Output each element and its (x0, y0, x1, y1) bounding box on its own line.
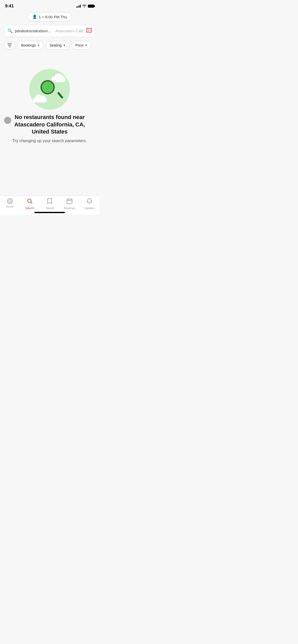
search-icon: 🔍 (7, 28, 13, 34)
decorative-dot (4, 117, 11, 124)
bookings-filter-label: Bookings (21, 43, 36, 47)
wifi-icon (82, 4, 86, 8)
status-icons (76, 4, 94, 8)
price-filter-label: Price (75, 43, 84, 47)
nav-bookings-label: Bookings (64, 207, 75, 210)
home-icon (7, 198, 13, 204)
price-filter-button[interactable]: Price ▼ (72, 41, 91, 50)
updates-icon (87, 198, 92, 206)
empty-state-subtitle: Try changing up your search parameters. (12, 139, 87, 143)
nav-home-label: Home (6, 205, 13, 208)
price-chevron-icon: ▼ (85, 44, 88, 47)
svg-rect-1 (8, 45, 11, 46)
signal-bars-icon (76, 5, 81, 8)
empty-state: No restaurants found near Atascadero Cal… (0, 54, 99, 151)
battery-icon (88, 5, 94, 8)
search-illustration (29, 69, 70, 110)
svg-rect-4 (67, 199, 72, 204)
search-query-text: pdndodnsnskndsnndk... (15, 29, 53, 33)
status-time: 9:41 (5, 4, 14, 9)
saved-icon (47, 198, 52, 206)
bookings-chevron-icon: ▼ (37, 44, 40, 47)
bookings-nav-icon (67, 198, 72, 206)
reservation-pill[interactable]: 👤 1 • 6:00 PM Thu (0, 10, 99, 24)
seating-filter-button[interactable]: Seating ▼ (46, 41, 69, 50)
nav-saved-label: Saved (46, 207, 53, 210)
person-icon: 👤 (32, 14, 37, 19)
seating-filter-label: Seating (49, 43, 61, 47)
filter-icon-button[interactable] (4, 41, 15, 49)
svg-rect-0 (7, 43, 12, 44)
nav-updates[interactable]: Updates (82, 198, 97, 210)
search-location-text: Atascadero Calif... (55, 29, 83, 33)
search-bar[interactable]: 🔍 pdndodnsnskndsnndk... Atascadero Calif… (4, 25, 95, 37)
nav-home[interactable]: Home (2, 198, 18, 208)
nav-updates-label: Updates (84, 207, 95, 210)
bookings-filter-button[interactable]: Bookings ▼ (17, 41, 44, 50)
search-nav-icon (27, 198, 33, 206)
seating-chevron-icon: ▼ (63, 44, 66, 47)
separator: • (42, 15, 44, 19)
home-indicator (34, 212, 65, 213)
nav-search-label: Search (25, 207, 34, 210)
map-icon[interactable] (86, 28, 92, 34)
filter-row: Bookings ▼ Seating ▼ Price ▼ (0, 40, 99, 54)
empty-state-title: No restaurants found near Atascadero Cal… (8, 114, 92, 136)
svg-rect-2 (9, 47, 10, 47)
nav-bookings[interactable]: Bookings (62, 198, 77, 210)
reservation-time: 6:00 PM Thu (45, 15, 67, 19)
search-bar-container: 🔍 pdndodnsnskndsnndk... Atascadero Calif… (0, 24, 99, 40)
nav-saved[interactable]: Saved (42, 198, 57, 210)
nav-search[interactable]: Search (22, 198, 37, 210)
magnifying-glass-icon (39, 79, 60, 99)
guest-count: 1 (39, 15, 41, 19)
status-bar: 9:41 (0, 0, 99, 10)
